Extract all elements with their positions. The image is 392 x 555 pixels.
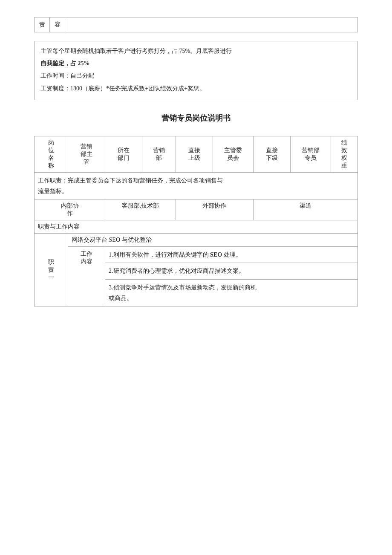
info-line4: 工资制度：1800（底薪）*任务完成系数+团队绩效分成+奖惩。 [40, 83, 352, 94]
external-coop-label: 外部协作 [176, 199, 254, 220]
duty1-item1: 1.利用有关软件，进行对商品关键字的 SEO 处理。 [105, 247, 358, 263]
duty1-title: 网络交易平台 SEO 与优化整治 [68, 234, 358, 247]
main-table: 岗位名称 营销部主管 所在部门 营销部 直接上级 主管委员会 直接下级 营销部专… [34, 136, 358, 306]
header-marketing-dept: 营销部 [142, 136, 176, 172]
internal-coop-label: 内部协作 [35, 199, 105, 220]
top-table: 责 容 [34, 17, 358, 32]
header-direct-subordinate: 直接下级 [253, 136, 290, 172]
duty-row: 工作职责：完成主管委员会下达的各项营销任务，完成公司各项销售与流量指标。 [35, 172, 358, 199]
info-line1: 主管每个星期会随机抽取若干客户进行考察打分，占 75%。月底客服进行 [40, 46, 352, 56]
duty1-item1-row: 工作内容 1.利用有关软件，进行对商品关键字的 SEO 处理。 [35, 247, 358, 263]
duty-description: 工作职责：完成主管委员会下达的各项营销任务，完成公司各项销售与流量指标。 [35, 172, 358, 199]
header-row: 岗位名称 营销部主管 所在部门 营销部 直接上级 主管委员会 直接下级 营销部专… [35, 136, 358, 172]
work-content-label: 工作内容 [68, 247, 105, 306]
top-table-col1: 责 [35, 17, 50, 32]
info-line2: 自我鉴定，占 25% [40, 58, 352, 69]
top-table-content [65, 17, 358, 32]
duty1-item2: 2.研究消费者的心理需求，优化对应商品描述文案。 [105, 263, 358, 279]
header-marketing-mgr: 营销部主管 [68, 136, 105, 172]
header-performance-weight: 绩效权重 [331, 136, 357, 172]
top-table-col2: 容 [50, 17, 65, 32]
duty1-title-row: 职责一 网络交易平台 SEO 与优化整治 [35, 234, 358, 247]
header-direct-superior: 直接上级 [176, 136, 213, 172]
responsibilities-header: 职责与工作内容 [35, 220, 358, 234]
cooperation-row: 内部协作 客服部,技术部 外部协作 渠道 [35, 199, 358, 220]
info-block: 主管每个星期会随机抽取若干客户进行考察打分，占 75%。月底客服进行 自我鉴定，… [34, 41, 358, 100]
external-coop-value: 渠道 [253, 199, 357, 220]
header-post-name: 岗位名称 [35, 136, 68, 172]
duty1-item3: 3.侦测竞争对手运营情况及市场最新动态，发掘新的商机或商品。 [105, 279, 358, 306]
header-committee: 主管委员会 [213, 136, 254, 172]
internal-coop-dept: 客服部,技术部 [105, 199, 176, 220]
header-marketing-specialist: 营销部专员 [290, 136, 331, 172]
header-dept: 所在部门 [105, 136, 142, 172]
duty1-label: 职责一 [35, 234, 68, 306]
section-title: 营销专员岗位说明书 [34, 113, 358, 123]
responsibilities-header-row: 职责与工作内容 [35, 220, 358, 234]
info-line3: 工作时间：自己分配 [40, 70, 352, 81]
